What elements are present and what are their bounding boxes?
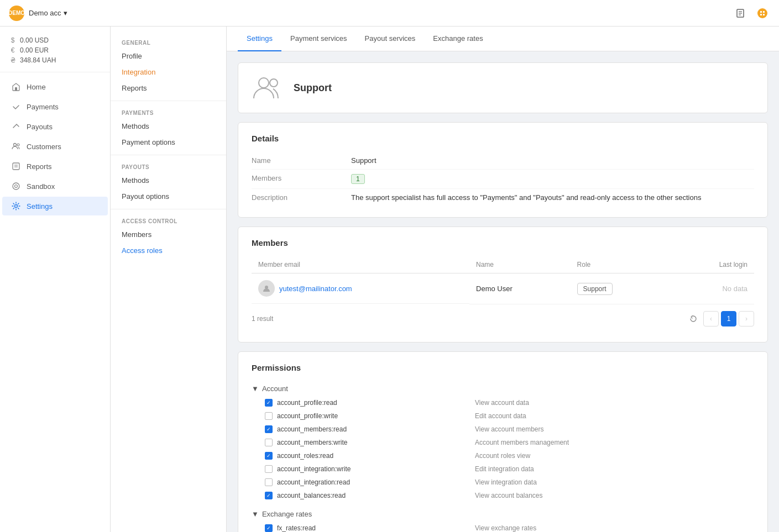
mid-nav-integration[interactable]: Integration [111, 64, 226, 80]
sidebar-balances: $ 0.00 USD € 0.00 EUR ₴ 348.84 UAH [0, 33, 110, 72]
members-table: Member email Name Role Last login [252, 256, 754, 304]
perm-item-account-balances-read: account_balances:read View account balan… [252, 489, 754, 502]
mid-nav-payment-options[interactable]: Payment options [111, 134, 226, 150]
perm-checkbox-fx-rates-read[interactable] [265, 524, 273, 532]
sandbox-icon [11, 181, 21, 191]
svg-rect-9 [15, 87, 17, 91]
prev-page-button[interactable]: ‹ [703, 311, 719, 326]
perm-checkbox-account-profile-read[interactable] [265, 399, 273, 407]
svg-rect-12 [13, 163, 19, 170]
permissions-title: Permissions [252, 363, 754, 372]
sidebar-item-customers[interactable]: Customers [2, 137, 108, 156]
members-card: Members Member email Name Role Last logi… [238, 227, 768, 343]
member-last-login-cell: No data [670, 273, 754, 304]
perm-group-account[interactable]: ▼ Account [252, 381, 754, 396]
perm-checkbox-account-integration-write[interactable] [265, 465, 273, 473]
sidebar-item-home-label: Home [27, 83, 46, 91]
payments-icon [11, 102, 21, 112]
sidebar-item-reports[interactable]: Reports [2, 157, 108, 176]
member-email-link[interactable]: yutest@mailinator.com [279, 285, 352, 293]
balance-usd: $ 0.00 USD [9, 35, 101, 45]
sidebar-item-payments[interactable]: Payments [2, 97, 108, 116]
member-email-cell: yutest@mailinator.com [252, 273, 469, 304]
col-last-login: Last login [670, 256, 754, 273]
member-role-cell: Support [571, 273, 670, 304]
sidebar-item-payouts[interactable]: Payouts [2, 117, 108, 136]
pagination-controls: ‹ 1 › [686, 311, 754, 326]
demo-avatar: DEMO [9, 6, 24, 21]
mid-nav-members[interactable]: Members [111, 227, 226, 243]
perm-checkbox-account-integration-read[interactable] [265, 478, 273, 486]
top-tabs: Settings Payment services Payout service… [227, 27, 779, 51]
refresh-button[interactable] [686, 311, 701, 326]
main-layout: $ 0.00 USD € 0.00 EUR ₴ 348.84 UAH Home … [0, 27, 779, 532]
svg-point-16 [15, 185, 18, 188]
perm-group-account-chevron: ▼ [252, 384, 259, 393]
sidebar-item-settings[interactable]: Settings [2, 197, 108, 215]
detail-label-members: Members [252, 174, 351, 182]
permissions-section: Permissions ▼ Account account_profile:re… [238, 351, 768, 533]
balance-eur: € 0.00 EUR [9, 45, 101, 55]
perm-group-exchange-rates-chevron: ▼ [252, 510, 259, 518]
mid-nav-payout-options[interactable]: Payout options [111, 188, 226, 204]
mid-nav-payout-methods[interactable]: Methods [111, 172, 226, 188]
detail-row-description: Description The support specialist has f… [252, 189, 754, 206]
sidebar-item-customers-label: Customers [27, 143, 61, 151]
perm-group-exchange-rates[interactable]: ▼ Exchange rates [252, 507, 754, 522]
topbar-left: DEMO Demo acc ▾ [9, 6, 67, 21]
perm-item-account-members-write: account_members:write Account members ma… [252, 436, 754, 449]
svg-point-11 [17, 144, 19, 146]
details-title: Details [252, 134, 754, 143]
perm-item-account-integration-write: account_integration:write Edit integrati… [252, 462, 754, 476]
tab-payment-services[interactable]: Payment services [281, 27, 356, 51]
mid-nav-access-roles[interactable]: Access roles [111, 243, 226, 259]
perm-item-account-profile-read: account_profile:read View account data [252, 396, 754, 409]
perm-item-account-profile-write: account_profile:write Edit account data [252, 409, 754, 423]
settings-icon [11, 201, 21, 211]
tab-payout-services[interactable]: Payout services [356, 27, 425, 51]
perm-checkbox-account-balances-read[interactable] [265, 492, 273, 499]
profile-title: Support [294, 82, 332, 94]
result-count: 1 result [252, 315, 273, 323]
page-1-button[interactable]: 1 [721, 311, 736, 326]
tab-exchange-rates[interactable]: Exchange rates [424, 27, 492, 51]
mid-nav-payment-methods[interactable]: Methods [111, 118, 226, 134]
perm-checkbox-account-profile-write[interactable] [265, 412, 273, 420]
members-title: Members [252, 238, 754, 247]
svg-rect-8 [763, 14, 765, 15]
detail-value-name: Support [351, 156, 754, 165]
svg-point-15 [13, 183, 19, 189]
sidebar-item-payouts-label: Payouts [27, 123, 53, 131]
group-avatar-icon [252, 74, 285, 102]
next-page-button[interactable]: › [739, 311, 754, 326]
mid-nav-profile[interactable]: Profile [111, 48, 226, 64]
svg-rect-6 [763, 11, 765, 13]
profile-header: Support [238, 62, 768, 113]
detail-row-members: Members 1 [252, 170, 754, 189]
grid-icon[interactable] [755, 6, 770, 21]
perm-checkbox-account-members-write[interactable] [265, 439, 273, 446]
col-member-email: Member email [252, 256, 469, 273]
main-content: Support Details Name Support Members 1 [227, 51, 779, 532]
member-avatar [258, 280, 275, 297]
reports-icon [11, 161, 21, 171]
home-icon [11, 82, 21, 92]
perm-item-fx-rates-read: fx_rates:read View exchange rates [252, 522, 754, 533]
perm-item-account-roles-read: account_roles:read Account roles view [252, 449, 754, 462]
usd-icon: $ [9, 36, 17, 44]
sidebar-item-home[interactable]: Home [2, 77, 108, 96]
mid-nav-reports[interactable]: Reports [111, 80, 226, 96]
demo-account-selector[interactable]: Demo acc ▾ [29, 9, 67, 17]
svg-point-4 [757, 8, 767, 18]
demo-account-name: Demo acc [29, 9, 61, 17]
tab-settings[interactable]: Settings [238, 27, 281, 51]
detail-label-name: Name [252, 156, 351, 165]
perm-item-account-members-read: account_members:read View account member… [252, 423, 754, 436]
detail-value-members: 1 [351, 174, 754, 184]
perm-checkbox-account-members-read[interactable] [265, 425, 273, 433]
svg-rect-7 [760, 14, 762, 15]
section-title-payouts: PAYOUTS [111, 160, 226, 172]
sidebar-item-sandbox[interactable]: Sandbox [2, 177, 108, 196]
document-icon[interactable] [733, 6, 748, 21]
perm-checkbox-account-roles-read[interactable] [265, 452, 273, 460]
